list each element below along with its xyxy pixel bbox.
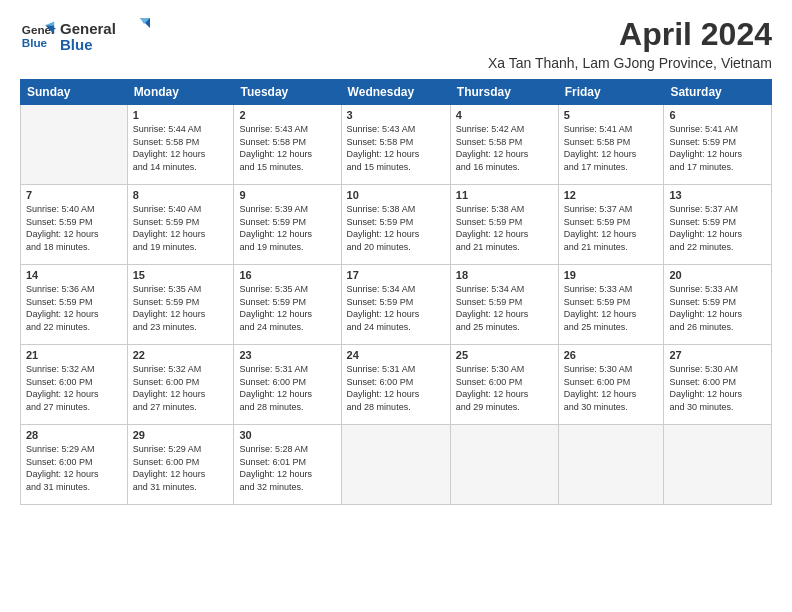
day-info: Sunrise: 5:44 AM Sunset: 5:58 PM Dayligh… (133, 123, 229, 173)
day-cell (664, 425, 772, 505)
day-cell: 23Sunrise: 5:31 AM Sunset: 6:00 PM Dayli… (234, 345, 341, 425)
day-number: 6 (669, 109, 766, 121)
day-number: 24 (347, 349, 445, 361)
logo-icon: General Blue (20, 18, 56, 54)
day-info: Sunrise: 5:33 AM Sunset: 5:59 PM Dayligh… (564, 283, 659, 333)
day-info: Sunrise: 5:34 AM Sunset: 5:59 PM Dayligh… (456, 283, 553, 333)
day-info: Sunrise: 5:31 AM Sunset: 6:00 PM Dayligh… (347, 363, 445, 413)
day-number: 14 (26, 269, 122, 281)
day-number: 21 (26, 349, 122, 361)
day-cell: 19Sunrise: 5:33 AM Sunset: 5:59 PM Dayli… (558, 265, 664, 345)
day-number: 15 (133, 269, 229, 281)
day-cell (450, 425, 558, 505)
day-number: 18 (456, 269, 553, 281)
main-title: April 2024 (488, 16, 772, 53)
day-cell: 18Sunrise: 5:34 AM Sunset: 5:59 PM Dayli… (450, 265, 558, 345)
day-info: Sunrise: 5:41 AM Sunset: 5:58 PM Dayligh… (564, 123, 659, 173)
day-number: 10 (347, 189, 445, 201)
day-number: 8 (133, 189, 229, 201)
day-info: Sunrise: 5:30 AM Sunset: 6:00 PM Dayligh… (564, 363, 659, 413)
day-info: Sunrise: 5:30 AM Sunset: 6:00 PM Dayligh… (456, 363, 553, 413)
day-cell: 6Sunrise: 5:41 AM Sunset: 5:59 PM Daylig… (664, 105, 772, 185)
day-cell: 4Sunrise: 5:42 AM Sunset: 5:58 PM Daylig… (450, 105, 558, 185)
day-cell: 10Sunrise: 5:38 AM Sunset: 5:59 PM Dayli… (341, 185, 450, 265)
day-cell: 25Sunrise: 5:30 AM Sunset: 6:00 PM Dayli… (450, 345, 558, 425)
svg-text:Blue: Blue (22, 36, 48, 49)
day-cell: 15Sunrise: 5:35 AM Sunset: 5:59 PM Dayli… (127, 265, 234, 345)
day-cell: 16Sunrise: 5:35 AM Sunset: 5:59 PM Dayli… (234, 265, 341, 345)
day-number: 28 (26, 429, 122, 441)
header-cell-sunday: Sunday (21, 80, 128, 105)
header-cell-thursday: Thursday (450, 80, 558, 105)
header-cell-monday: Monday (127, 80, 234, 105)
logo-svg: General Blue (60, 16, 150, 56)
day-cell: 7Sunrise: 5:40 AM Sunset: 5:59 PM Daylig… (21, 185, 128, 265)
day-cell: 29Sunrise: 5:29 AM Sunset: 6:00 PM Dayli… (127, 425, 234, 505)
day-cell: 24Sunrise: 5:31 AM Sunset: 6:00 PM Dayli… (341, 345, 450, 425)
day-number: 4 (456, 109, 553, 121)
week-row-4: 21Sunrise: 5:32 AM Sunset: 6:00 PM Dayli… (21, 345, 772, 425)
day-cell: 11Sunrise: 5:38 AM Sunset: 5:59 PM Dayli… (450, 185, 558, 265)
day-number: 25 (456, 349, 553, 361)
day-cell: 30Sunrise: 5:28 AM Sunset: 6:01 PM Dayli… (234, 425, 341, 505)
day-cell: 20Sunrise: 5:33 AM Sunset: 5:59 PM Dayli… (664, 265, 772, 345)
day-cell: 1Sunrise: 5:44 AM Sunset: 5:58 PM Daylig… (127, 105, 234, 185)
day-number: 22 (133, 349, 229, 361)
day-number: 2 (239, 109, 335, 121)
week-row-3: 14Sunrise: 5:36 AM Sunset: 5:59 PM Dayli… (21, 265, 772, 345)
header-cell-tuesday: Tuesday (234, 80, 341, 105)
day-info: Sunrise: 5:28 AM Sunset: 6:01 PM Dayligh… (239, 443, 335, 493)
day-info: Sunrise: 5:29 AM Sunset: 6:00 PM Dayligh… (26, 443, 122, 493)
day-info: Sunrise: 5:42 AM Sunset: 5:58 PM Dayligh… (456, 123, 553, 173)
day-info: Sunrise: 5:41 AM Sunset: 5:59 PM Dayligh… (669, 123, 766, 173)
day-cell: 3Sunrise: 5:43 AM Sunset: 5:58 PM Daylig… (341, 105, 450, 185)
day-cell: 27Sunrise: 5:30 AM Sunset: 6:00 PM Dayli… (664, 345, 772, 425)
day-info: Sunrise: 5:40 AM Sunset: 5:59 PM Dayligh… (133, 203, 229, 253)
day-info: Sunrise: 5:38 AM Sunset: 5:59 PM Dayligh… (456, 203, 553, 253)
day-cell: 26Sunrise: 5:30 AM Sunset: 6:00 PM Dayli… (558, 345, 664, 425)
day-number: 19 (564, 269, 659, 281)
day-cell: 9Sunrise: 5:39 AM Sunset: 5:59 PM Daylig… (234, 185, 341, 265)
day-info: Sunrise: 5:43 AM Sunset: 5:58 PM Dayligh… (239, 123, 335, 173)
day-cell (558, 425, 664, 505)
day-cell (341, 425, 450, 505)
day-info: Sunrise: 5:35 AM Sunset: 5:59 PM Dayligh… (133, 283, 229, 333)
day-info: Sunrise: 5:37 AM Sunset: 5:59 PM Dayligh… (669, 203, 766, 253)
day-cell: 17Sunrise: 5:34 AM Sunset: 5:59 PM Dayli… (341, 265, 450, 345)
day-number: 7 (26, 189, 122, 201)
week-row-1: 1Sunrise: 5:44 AM Sunset: 5:58 PM Daylig… (21, 105, 772, 185)
day-info: Sunrise: 5:34 AM Sunset: 5:59 PM Dayligh… (347, 283, 445, 333)
day-cell: 5Sunrise: 5:41 AM Sunset: 5:58 PM Daylig… (558, 105, 664, 185)
header-row: SundayMondayTuesdayWednesdayThursdayFrid… (21, 80, 772, 105)
week-row-5: 28Sunrise: 5:29 AM Sunset: 6:00 PM Dayli… (21, 425, 772, 505)
day-number: 26 (564, 349, 659, 361)
header-cell-wednesday: Wednesday (341, 80, 450, 105)
header-cell-friday: Friday (558, 80, 664, 105)
week-row-2: 7Sunrise: 5:40 AM Sunset: 5:59 PM Daylig… (21, 185, 772, 265)
day-info: Sunrise: 5:33 AM Sunset: 5:59 PM Dayligh… (669, 283, 766, 333)
header-cell-saturday: Saturday (664, 80, 772, 105)
day-number: 1 (133, 109, 229, 121)
day-number: 11 (456, 189, 553, 201)
day-cell: 21Sunrise: 5:32 AM Sunset: 6:00 PM Dayli… (21, 345, 128, 425)
calendar-body: 1Sunrise: 5:44 AM Sunset: 5:58 PM Daylig… (21, 105, 772, 505)
logo: General Blue General Blue General Blue (20, 16, 150, 56)
day-cell: 28Sunrise: 5:29 AM Sunset: 6:00 PM Dayli… (21, 425, 128, 505)
calendar-table: SundayMondayTuesdayWednesdayThursdayFrid… (20, 79, 772, 505)
day-info: Sunrise: 5:32 AM Sunset: 6:00 PM Dayligh… (26, 363, 122, 413)
page: General Blue General Blue General Blue A… (0, 0, 792, 515)
day-cell: 14Sunrise: 5:36 AM Sunset: 5:59 PM Dayli… (21, 265, 128, 345)
day-number: 13 (669, 189, 766, 201)
day-number: 30 (239, 429, 335, 441)
day-cell: 12Sunrise: 5:37 AM Sunset: 5:59 PM Dayli… (558, 185, 664, 265)
day-number: 12 (564, 189, 659, 201)
day-cell: 8Sunrise: 5:40 AM Sunset: 5:59 PM Daylig… (127, 185, 234, 265)
header: General Blue General Blue General Blue A… (20, 16, 772, 71)
day-cell: 13Sunrise: 5:37 AM Sunset: 5:59 PM Dayli… (664, 185, 772, 265)
day-info: Sunrise: 5:40 AM Sunset: 5:59 PM Dayligh… (26, 203, 122, 253)
day-number: 23 (239, 349, 335, 361)
day-number: 27 (669, 349, 766, 361)
svg-text:Blue: Blue (60, 36, 93, 53)
day-number: 17 (347, 269, 445, 281)
svg-text:General: General (60, 20, 116, 37)
